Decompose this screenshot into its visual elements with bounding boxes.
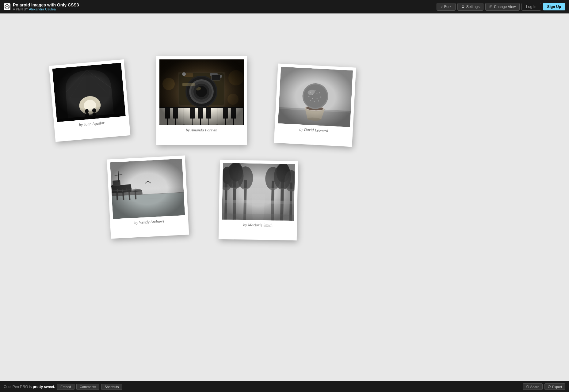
polaroid-marjorie: by Marjorie Smith (219, 160, 298, 240)
polaroid-john: by John Aguilar (49, 59, 131, 142)
svg-rect-13 (52, 63, 125, 122)
polaroid-david: by David Leonard (274, 64, 356, 147)
share-button[interactable]: ⬡ Share (523, 383, 543, 390)
comments-button[interactable]: Comments (76, 384, 99, 390)
change-view-button[interactable]: ⊞ Change View (485, 3, 520, 11)
bottom-left: CodePen PRO is pretty sweet. Embed Comme… (4, 384, 523, 390)
photo-amanda (159, 59, 244, 125)
title-block: Polaroid Images with Only CSS3 A PEN BY … (13, 2, 79, 11)
caption-david: by David Leonard (277, 126, 350, 134)
pro-highlight: pretty sweet. (33, 385, 55, 389)
preview-area: by John Aguilar (0, 13, 569, 381)
export-icon: ⬡ (548, 385, 551, 389)
shortcuts-button[interactable]: Shortcuts (101, 384, 122, 390)
svg-rect-51 (159, 59, 244, 125)
caption-wendy: by Wendy Andrews (113, 218, 185, 226)
svg-rect-99 (110, 159, 185, 219)
polaroid-scene: by John Aguilar (0, 13, 569, 381)
photo-john (52, 63, 125, 122)
bottom-right: ⬡ Share ⬡ Export (523, 383, 565, 390)
topbar-buttons: ⑂ Fork ⚙ Settings ⊞ Change View Log In S… (437, 3, 565, 11)
author-link[interactable]: Alexandra Caulea (29, 7, 55, 11)
login-button[interactable]: Log In (521, 3, 541, 11)
share-icon: ⬡ (526, 385, 529, 389)
preview-inner: by John Aguilar (0, 13, 569, 381)
pen-title: Polaroid Images with Only CSS3 (13, 2, 79, 7)
embed-button[interactable]: Embed (57, 384, 74, 390)
caption-marjorie: by Marjorie Smith (222, 222, 294, 228)
pro-prefix: CodePen PRO is (4, 385, 32, 389)
polaroid-wendy: by Wendy Andrews (107, 156, 189, 239)
caption-amanda: by Amanda Forsyth (159, 128, 244, 133)
topbar: Polaroid Images with Only CSS3 A PEN BY … (0, 0, 569, 13)
gear-icon: ⚙ (461, 5, 465, 9)
photo-wendy (110, 159, 185, 219)
svg-rect-74 (278, 67, 353, 127)
polaroid-amanda: by Amanda Forsyth (156, 56, 247, 145)
fork-icon: ⑂ (441, 5, 443, 9)
photo-marjorie (222, 163, 295, 221)
subtitle-prefix: A PEN BY (13, 7, 28, 11)
signup-button[interactable]: Sign Up (543, 3, 565, 10)
codepen-logo (4, 3, 10, 10)
pen-subtitle: A PEN BY Alexandra Caulea (13, 7, 79, 11)
bottombar: CodePen PRO is pretty sweet. Embed Comme… (0, 381, 569, 392)
export-button[interactable]: ⬡ Export (544, 383, 565, 390)
codepen-pro-text: CodePen PRO is pretty sweet. (4, 385, 55, 389)
logo-area: Polaroid Images with Only CSS3 A PEN BY … (4, 2, 434, 11)
photo-david (278, 67, 353, 127)
svg-rect-119 (222, 163, 295, 221)
view-icon: ⊞ (489, 5, 492, 9)
settings-button[interactable]: ⚙ Settings (457, 3, 483, 11)
fork-button[interactable]: ⑂ Fork (437, 3, 456, 11)
